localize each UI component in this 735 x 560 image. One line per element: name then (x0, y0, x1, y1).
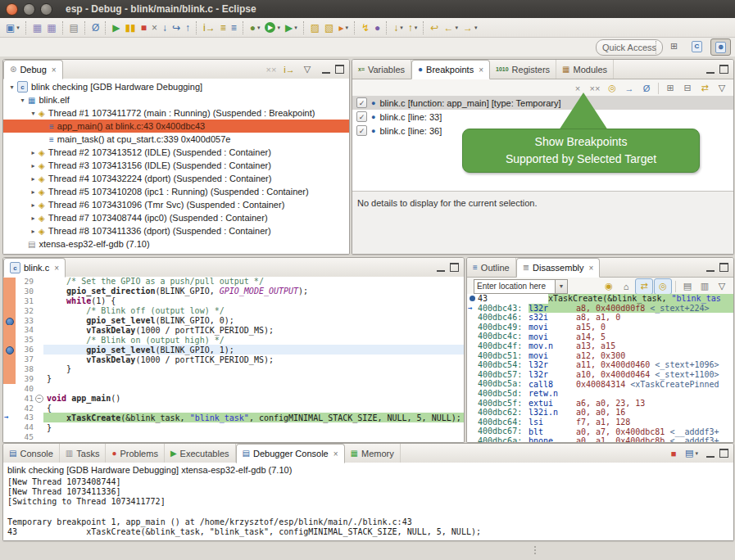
copy-to-clipboard-button[interactable]: ▥ (696, 279, 713, 294)
tab-memory[interactable]: ▦Memory (345, 444, 401, 463)
open-project-button[interactable]: ▧ (322, 20, 336, 36)
flash-download-button[interactable]: ▸▾ (336, 20, 351, 36)
disassembly-listing[interactable]: 43xTaskCreate(&blink_task, "blink_tas→40… (467, 294, 733, 442)
run-dropdown-icon[interactable]: ▾ (277, 25, 280, 31)
editor-annotation-column[interactable] (3, 432, 16, 442)
expand-all-button[interactable]: ⊞ (662, 81, 678, 96)
editor-annotation-column[interactable] (3, 335, 16, 345)
view-menu-button[interactable]: ▽ (714, 279, 730, 294)
debug-tree-item[interactable]: ▾cblink checking [GDB Hardware Debugging… (3, 80, 349, 93)
debug-button[interactable]: ●▾ (247, 20, 263, 36)
collapse-all-button[interactable]: ⊟ (679, 81, 696, 96)
lightning-button[interactable]: ↯ (359, 20, 372, 36)
tab-breakpoints[interactable]: ●Breakpoints× (411, 60, 490, 79)
minimize-view-icon[interactable] (322, 65, 330, 74)
disassembly-row[interactable]: →400dbc43:l32ra8, 0x400d00f8 <_stext+224… (467, 304, 733, 314)
back-button[interactable]: ←▾ (441, 20, 461, 36)
terminate-console-button[interactable]: ■ (665, 446, 682, 461)
debug-tree-item[interactable]: ▾◈Thread #1 1073411772 (main : Running) … (3, 106, 349, 120)
close-tab-icon[interactable]: × (54, 264, 59, 273)
maximize-view-icon[interactable] (719, 65, 728, 74)
tree-twisty-icon[interactable]: ▸ (28, 162, 39, 169)
editor-annotation-column[interactable] (3, 384, 16, 394)
forward-dropdown-icon[interactable]: ▾ (474, 25, 478, 31)
tab-modules[interactable]: ▦Modules (556, 60, 614, 79)
tree-twisty-icon[interactable]: ▸ (28, 175, 39, 183)
disassembly-row[interactable]: 400dbc5f:extuia6, a0, 23, 13 (467, 399, 733, 409)
maximize-view-icon[interactable] (719, 263, 728, 272)
view-menu-button[interactable]: ▽ (714, 81, 730, 96)
open-perspective-button[interactable]: ⊞ (665, 38, 683, 54)
debug-tree-item[interactable]: ▸◈Thread #4 1073432224 (dport) (Suspende… (3, 172, 349, 185)
tree-twisty-icon[interactable]: ▾ (28, 110, 39, 117)
debug-tree-item[interactable]: ▸◈Thread #2 1073413512 (IDLE) (Suspended… (3, 146, 349, 159)
tree-twisty-icon[interactable]: ▸ (28, 215, 39, 222)
minimize-view-icon[interactable] (706, 65, 715, 74)
close-window-button[interactable] (6, 3, 18, 16)
debug-tree-item[interactable]: ≡app_main() at blink.c:43 0x400dbc43 (3, 120, 349, 133)
disconnect-button[interactable]: × (149, 20, 160, 36)
sync-with-active-debug-context-button[interactable]: ⇄ (635, 278, 653, 295)
show-view-threads-button[interactable]: ≡ (218, 20, 229, 36)
next-annotation-dropdown-icon[interactable]: ▾ (400, 25, 403, 31)
debug-tree-item[interactable]: ▸◈Thread #5 1073410208 (ipc1 : Running) … (3, 185, 349, 198)
debug-perspective-button[interactable]: ⊛ (710, 38, 731, 56)
tab-problems[interactable]: ●Problems (106, 444, 165, 463)
maximize-window-button[interactable] (40, 3, 52, 16)
new-c-project-button[interactable]: ▨ (308, 20, 322, 36)
breakpoint-marker[interactable] (6, 318, 14, 326)
code-editor[interactable]: 29 /* Set the GPIO as a push/pull output… (3, 277, 464, 442)
maximize-view-icon[interactable] (335, 65, 344, 74)
go-to-file-for-breakpoint-button[interactable]: → (621, 81, 637, 96)
previous-annotation-button[interactable]: ↑▾ (406, 20, 420, 36)
breakpoint-item[interactable]: ✓●blink.c [line: 33] (352, 110, 733, 124)
debug-tree-item[interactable]: ≡main_task() at cpu_start.c:339 0x400d05… (3, 133, 349, 146)
tree-twisty-icon[interactable]: ▸ (28, 228, 39, 235)
disassembly-row[interactable]: 400dbc5d:retw.n (467, 389, 733, 399)
debug-tree-item[interactable]: ▤xtensa-esp32-elf-gdb (7.10) (3, 237, 349, 251)
tab-console[interactable]: ▤Console (3, 444, 60, 463)
tree-twisty-icon[interactable]: ▾ (17, 97, 28, 104)
step-into-button[interactable]: ↓ (160, 20, 170, 36)
tab-variables[interactable]: x=Variables (352, 60, 411, 79)
tree-twisty-icon[interactable]: ▸ (28, 149, 39, 156)
tab-registers[interactable]: 1010Registers (490, 60, 556, 79)
profile-button[interactable]: ● (372, 20, 383, 36)
drop-to-frame-button[interactable]: ≡ (229, 20, 239, 36)
minimize-window-button[interactable] (23, 3, 35, 16)
editor-annotation-column[interactable] (3, 422, 16, 432)
link-with-debug-view-button[interactable]: ⇄ (696, 81, 713, 96)
location-input[interactable]: Enter location here (474, 279, 556, 294)
last-edit-location-button[interactable]: ↩ (428, 20, 441, 36)
minimize-view-icon[interactable] (706, 263, 715, 272)
editor-annotation-column[interactable] (3, 364, 16, 374)
disassembly-row[interactable]: 400dbc57:l32ra10, 0x400d0464 <_stext+110… (467, 370, 733, 380)
disassembly-row[interactable]: 400dbc4f:mov.na13, a15 (467, 341, 733, 351)
debug-tree-item[interactable]: ▸◈Thread #8 1073411336 (dport) (Suspende… (3, 224, 349, 237)
disassembly-row[interactable]: 400dbc49:movia15, 0 (467, 323, 733, 332)
debug-tree-item[interactable]: ▸◈Thread #7 1073408744 (ipc0) (Suspended… (3, 211, 349, 224)
disassembly-row[interactable]: 400dbc54:l32ra11, 0x400d0460 <_stext+109… (467, 360, 733, 370)
editor-annotation-column[interactable]: → (3, 413, 16, 422)
view-menu-button[interactable]: ▽ (299, 62, 315, 77)
tree-twisty-icon[interactable]: ▸ (28, 201, 39, 209)
maximize-view-icon[interactable] (719, 449, 728, 458)
tab-blink-c[interactable]: cblink.c× (3, 258, 66, 278)
external-tools-dropdown-icon[interactable]: ▾ (294, 25, 297, 31)
display-selected-console-dropdown-icon[interactable]: ▾ (695, 450, 698, 457)
disassembly-row[interactable]: 400dbc4c:movia14, 5 (467, 332, 733, 341)
tree-twisty-icon[interactable]: ▸ (28, 188, 39, 196)
back-dropdown-icon[interactable]: ▾ (455, 25, 458, 31)
close-tab-icon[interactable]: × (333, 449, 338, 458)
new-wizard-dropdown-icon[interactable]: ▾ (16, 25, 20, 31)
editor-annotation-column[interactable] (3, 374, 16, 384)
instruction-stepping-mode-button[interactable]: i→ (201, 20, 218, 36)
close-tab-icon[interactable]: × (588, 264, 593, 273)
disassembly-row[interactable]: 400dbc62:l32i.na0, a0, 16 (467, 408, 733, 418)
quick-access-button[interactable]: Quick Access (596, 39, 663, 56)
terminate-button[interactable]: ■ (138, 20, 149, 36)
breakpoint-marker[interactable] (6, 346, 14, 355)
editor-annotation-column[interactable] (3, 345, 16, 355)
disassembly-row[interactable]: 400dbc6a:bnonea0, a1, 0x400dbc8b <__addd… (467, 436, 733, 442)
fold-collapse-icon[interactable]: − (35, 395, 43, 403)
